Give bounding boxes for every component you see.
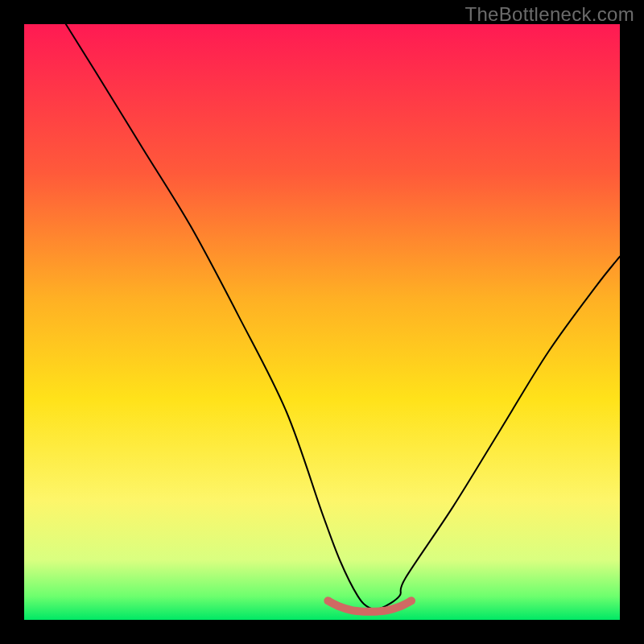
watermark-text: TheBottleneck.com xyxy=(464,3,634,26)
optimal-band xyxy=(328,601,411,612)
plot-area xyxy=(24,24,620,620)
bottleneck-curve xyxy=(66,24,620,609)
curve-layer xyxy=(24,24,620,620)
chart-frame: TheBottleneck.com xyxy=(0,0,644,644)
